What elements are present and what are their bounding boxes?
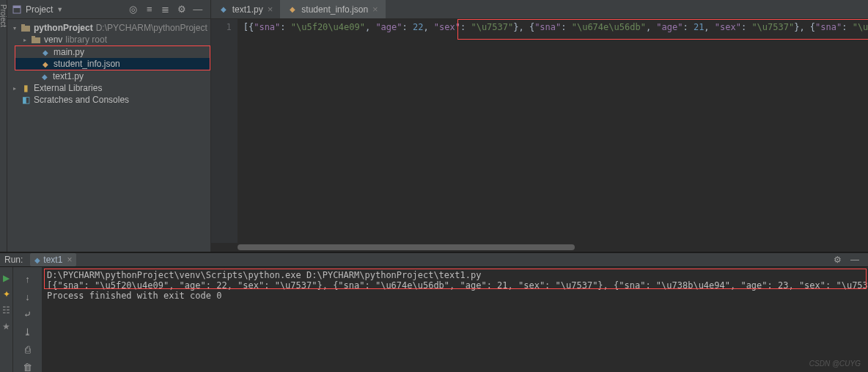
tree-external-libraries[interactable]: ▸ ▮ External Libraries [7,82,210,94]
tab-text1-label: text1.py [232,4,263,15]
debug-icon[interactable]: ✦ [1,286,12,302]
project-tool-strip[interactable]: Project [0,0,7,252]
tree-scratches-label: Scratches and Consoles [34,95,129,105]
tree-file-main-label: main.py [54,47,84,57]
up-icon[interactable]: ↑ [20,271,36,287]
editor-gutter: 1 [211,19,238,243]
chevron-down-icon[interactable]: ▼ [56,6,63,13]
tree-venv[interactable]: ▸ venv library root [7,34,210,45]
svg-rect-1 [13,6,21,8]
tree-ext-lib-label: External Libraries [34,83,102,93]
run-config-label: text1 [43,255,62,265]
tab-student-info[interactable]: ◆ student_info.json × [280,0,385,18]
tab-student-info-label: student_info.json [301,4,368,15]
minimize-icon[interactable]: — [191,3,205,16]
run-panel: Run: ◆ text1 × ⚙ — ▶ ✦ ☷ ★ ↑ ↓ ⤶ ⤓ ⎙ 🗑 D… [0,252,868,370]
close-icon[interactable]: × [67,255,72,265]
tree-file-student-info-label: student_info.json [54,59,120,69]
print-icon[interactable]: ⎙ [20,341,36,357]
run-config[interactable]: ◆ text1 × [30,253,76,266]
console-line: [{"sna": "\u5f20\u4e09", "age": 22, "sex… [47,280,864,291]
target-icon[interactable]: ◎ [127,3,140,16]
tree-file-text1[interactable]: ◆ text1.py [7,70,210,82]
tree-venv-hint: library root [65,34,107,45]
folder-icon [31,34,41,45]
tree-root-label: pythonProject [34,23,93,33]
clear-icon[interactable]: 🗑 [20,359,36,372]
gear-icon[interactable]: ⚙ [831,255,844,265]
project-panel-header: Project ▼ ◎ ≡ ≣ ⚙ — [7,0,210,19]
python-file-icon: ◆ [34,256,40,264]
project-icon [12,4,22,15]
svg-rect-2 [21,26,30,32]
editor-hscrollbar[interactable] [238,243,868,252]
tree-scratches[interactable]: ◧ Scratches and Consoles [7,94,210,106]
run-toolbar: ↑ ↓ ⤶ ⤓ ⎙ 🗑 [13,267,43,372]
scroll-end-icon[interactable]: ⤓ [20,324,36,340]
run-icon[interactable]: ▶ [1,270,12,286]
minimize-icon[interactable]: — [848,255,861,265]
tree-root[interactable]: ▾ pythonProject D:\PYCHARM\pythonProject [7,22,210,34]
project-header-label[interactable]: Project [26,4,53,15]
editor-tabs: ◆ text1.py × ◆ student_info.json × ⋮ [211,0,868,19]
soft-wrap-icon[interactable]: ⤶ [20,306,36,322]
scrollbar-thumb[interactable] [238,244,575,250]
svg-rect-4 [32,37,40,43]
down-icon[interactable]: ↓ [20,288,36,304]
python-file-icon: ◆ [40,71,50,81]
run-header: Run: ◆ text1 × ⚙ — [0,252,868,267]
collapse-icon[interactable]: ≣ [159,3,172,16]
code-line: [{"sna": "\u5f20\u4e09", "age": 22, "sex… [243,22,868,32]
console-line: Process finished with exit code 0 [47,291,864,301]
json-file-icon: ◆ [40,59,51,69]
python-file-icon: ◆ [218,4,229,15]
editor-body[interactable]: 1 ✔ [{"sna": "\u5f20\u4e09", "age": 22, … [211,19,868,243]
project-panel: Project ▼ ◎ ≡ ≣ ⚙ — ▾ pythonProject D:\P… [7,0,211,252]
tree-root-path: D:\PYCHARM\pythonProject [96,23,207,33]
tree-file-main[interactable]: ◆ main.py [15,46,210,58]
tree-file-student-info[interactable]: ◆ student_info.json [15,58,210,70]
run-console[interactable]: D:\PYCHARM\pythonProject\venv\Scripts\py… [43,267,868,372]
favorites-icon[interactable]: ★ [1,318,12,335]
python-file-icon: ◆ [40,47,51,57]
scratch-icon: ◧ [21,95,31,105]
gutter-line: 1 [211,22,232,32]
project-tree: ▾ pythonProject D:\PYCHARM\pythonProject… [7,19,210,109]
tree-venv-label: venv [44,34,62,45]
tab-text1[interactable]: ◆ text1.py × [211,0,281,18]
json-file-icon: ◆ [287,4,298,15]
structure-icon[interactable]: ☷ [1,302,12,318]
console-line: D:\PYCHARM\pythonProject\venv\Scripts\py… [47,270,864,280]
tree-file-text1-label: text1.py [53,71,84,81]
close-icon[interactable]: × [372,4,378,15]
close-icon[interactable]: × [268,4,273,15]
run-side-strip: ▶ ✦ ☷ ★ [0,267,13,372]
watermark: CSDN @CUYG [809,360,861,368]
svg-rect-3 [21,24,25,26]
run-label: Run: [4,255,23,265]
folder-icon [21,23,31,33]
expand-icon[interactable]: ≡ [143,3,156,16]
library-icon: ▮ [21,83,31,93]
svg-rect-5 [32,36,35,38]
gear-icon[interactable]: ⚙ [175,3,188,16]
code-area[interactable]: ✔ [{"sna": "\u5f20\u4e09", "age": 22, "s… [238,19,868,243]
editor-area: ◆ text1.py × ◆ student_info.json × ⋮ 1 ✔… [211,0,868,252]
